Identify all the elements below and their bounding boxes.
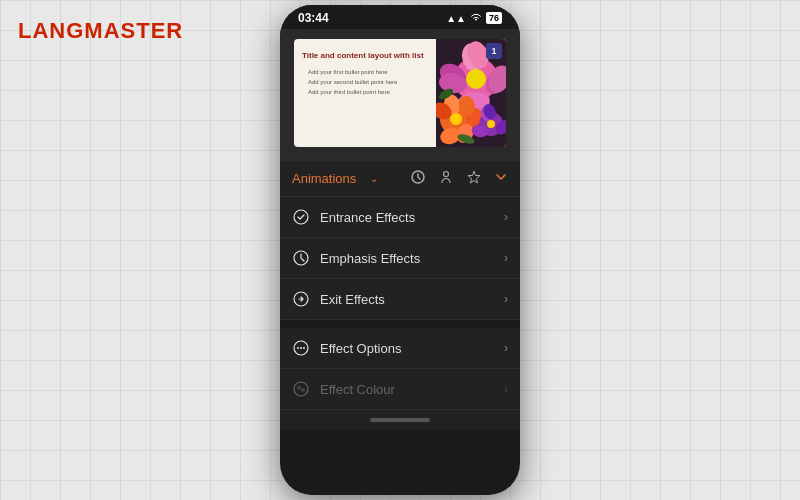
animations-toolbar: Animations ⌄ [280,161,520,197]
exit-effects-chevron: › [504,292,508,306]
wifi-icon [470,12,482,24]
effect-colour-chevron: › [504,382,508,396]
brand-logo: LANGMASTER [18,18,183,44]
effect-options-icon [292,339,310,357]
slide-preview[interactable]: 1 Title and content layout with list Add… [294,39,506,147]
phone-frame: 03:44 ▲▲ 76 1 Title and content layout w… [280,5,520,495]
bottom-panel: Animations ⌄ [280,161,520,410]
animations-dropdown-indicator: ⌄ [370,173,378,184]
menu-item-emphasis-effects[interactable]: Emphasis Effects › [280,238,520,279]
menu-item-entrance-effects[interactable]: Entrance Effects › [280,197,520,238]
toolbar-icon-2[interactable] [438,169,454,188]
home-bar [370,418,430,422]
entrance-effects-chevron: › [504,210,508,224]
slide-bullet-3: Add your third bullet point here [302,89,428,95]
svg-point-35 [294,382,308,396]
menu-item-exit-effects[interactable]: Exit Effects › [280,279,520,320]
svg-point-32 [297,347,299,349]
effect-colour-label: Effect Colour [320,382,504,397]
effect-colour-icon [292,380,310,398]
menu-item-effect-options[interactable]: Effect Options › [280,328,520,369]
battery-icon: 76 [486,12,502,24]
slide-content: Title and content layout with list Add y… [294,39,436,147]
emphasis-effects-label: Emphasis Effects [320,251,504,266]
svg-point-36 [297,386,301,390]
slide-number-badge: 1 [486,43,502,59]
home-indicator [280,410,520,430]
effect-options-label: Effect Options [320,341,504,356]
status-icons: ▲▲ 76 [446,12,502,24]
effect-options-chevron: › [504,341,508,355]
menu-list: Entrance Effects › Emphasis Effects › [280,197,520,410]
svg-point-34 [303,347,305,349]
slide-bullet-2: Add your second bullet point here [302,79,428,85]
toolbar-icon-1[interactable] [410,169,426,188]
signal-icon: ▲▲ [446,13,466,24]
emphasis-effects-chevron: › [504,251,508,265]
svg-point-18 [450,113,462,125]
entrance-effects-label: Entrance Effects [320,210,504,225]
animations-label: Animations [292,171,356,186]
emphasis-effects-icon [292,249,310,267]
exit-effects-icon [292,290,310,308]
svg-point-28 [294,210,308,224]
toolbar-icon-3[interactable] [466,169,482,188]
svg-point-37 [301,388,305,392]
slide-title: Title and content layout with list [302,51,428,61]
menu-item-effect-colour[interactable]: Effect Colour › [280,369,520,410]
toolbar-chevron-icon[interactable] [494,170,508,187]
status-bar: 03:44 ▲▲ 76 [280,5,520,29]
svg-point-24 [487,120,495,128]
slide-bullet-1: Add your first bullet point here [302,69,428,75]
status-time: 03:44 [298,11,329,25]
svg-point-10 [466,69,486,89]
exit-effects-label: Exit Effects [320,292,504,307]
slide-area: 1 Title and content layout with list Add… [280,29,520,161]
svg-point-33 [300,347,302,349]
toolbar-icons [410,169,508,188]
menu-divider [280,320,520,328]
entrance-effects-icon [292,208,310,226]
